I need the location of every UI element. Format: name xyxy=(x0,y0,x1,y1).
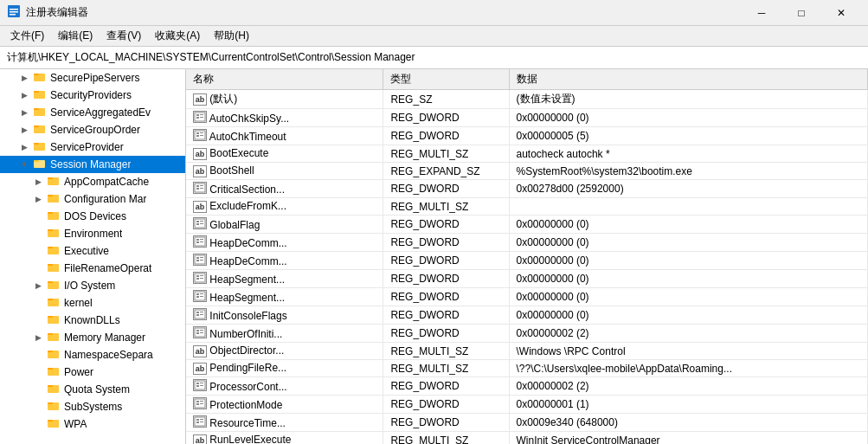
tree-item-iosystem[interactable]: ▶ I/O System xyxy=(0,277,185,294)
menu-view[interactable]: 查看(V) xyxy=(100,27,148,46)
table-row[interactable]: CriticalSection...REG_DWORD0x00278d00 (2… xyxy=(186,180,868,198)
tree-item-kernel[interactable]: kernel xyxy=(0,294,185,312)
svg-rect-83 xyxy=(196,296,199,298)
expand-icon-securityproviders[interactable]: ▶ xyxy=(17,88,31,102)
tree-item-serviceaggregatedev[interactable]: ▶ ServiceAggregatedEv xyxy=(0,104,185,121)
menu-bar: 文件(F) 编辑(E) 查看(V) 收藏夹(A) 帮助(H) xyxy=(0,26,868,47)
menu-favorites[interactable]: 收藏夹(A) xyxy=(148,27,207,46)
table-row[interactable]: ab RunLevelExecuteREG_MULTI_SZWinInit Se… xyxy=(186,432,868,445)
tree-item-knowndlls[interactable]: KnownDLLs xyxy=(0,312,185,329)
table-row[interactable]: HeapDeComm...REG_DWORD0x00000000 (0) xyxy=(186,234,868,252)
expand-icon-memorymanager[interactable]: ▶ xyxy=(31,331,45,344)
tree-item-environment[interactable]: Environment xyxy=(0,225,185,242)
svg-rect-78 xyxy=(196,278,199,280)
tree-item-appcompatcache[interactable]: ▶ AppCompatCache xyxy=(0,173,185,190)
reg-name-cell: GlobalFlag xyxy=(186,216,383,234)
tree-label-dosdevices: DOS Devices xyxy=(64,210,126,222)
col-header-data[interactable]: 数据 xyxy=(509,69,867,90)
tree-item-power[interactable]: Power xyxy=(0,364,185,381)
tree-item-servicegrouporder[interactable]: ▶ ServiceGroupOrder xyxy=(0,121,185,138)
maximize-button[interactable]: □ xyxy=(781,0,821,26)
svg-rect-27 xyxy=(48,264,53,266)
reg-type-cell: REG_DWORD xyxy=(383,109,509,127)
table-row[interactable]: ResourceTime...REG_DWORD0x0009e340 (6480… xyxy=(186,414,868,432)
reg-type-cell: REG_SZ xyxy=(383,90,509,109)
reg-type-cell: REG_DWORD xyxy=(383,216,509,234)
expand-icon-configurationmar[interactable]: ▶ xyxy=(31,192,45,206)
reg-name-cell: ab BootExecute xyxy=(186,145,383,163)
expand-icon-servicegrouporder[interactable]: ▶ xyxy=(17,123,31,137)
svg-rect-80 xyxy=(200,278,203,279)
reg-data-cell: 0x00278d00 (2592000) xyxy=(509,180,867,198)
table-row[interactable]: ab ObjectDirector...REG_MULTI_SZ\Windows… xyxy=(186,343,868,360)
folder-icon-knowndlls xyxy=(48,314,61,326)
tree-item-securityproviders[interactable]: ▶ SecurityProviders xyxy=(0,87,185,104)
tree-item-memorymanager[interactable]: ▶ Memory Manager xyxy=(0,329,185,346)
reg-name-cell: ProcessorCont... xyxy=(186,377,383,396)
svg-rect-109 xyxy=(200,419,203,420)
tree-item-securepipeservers[interactable]: ▶ SecurePipeServers xyxy=(0,69,185,87)
tree-item-dosdevices[interactable]: DOS Devices xyxy=(0,208,185,225)
folder-icon-executive xyxy=(48,245,61,257)
tree-item-quotasystem[interactable]: Quota System xyxy=(0,381,185,398)
expand-icon-serviceaggregatedev[interactable]: ▶ xyxy=(17,106,31,119)
tree-item-serviceprovider[interactable]: ▶ ServiceProvider xyxy=(0,138,185,156)
expand-icon-securepipeservers[interactable]: ▶ xyxy=(17,71,31,85)
expand-icon-iosystem[interactable]: ▶ xyxy=(31,279,45,293)
reg-name-cell: CriticalSection... xyxy=(186,180,383,198)
table-row[interactable]: ab BootExecuteREG_MULTI_SZautocheck auto… xyxy=(186,145,868,163)
menu-file[interactable]: 文件(F) xyxy=(3,27,51,46)
table-row[interactable]: ab PendingFileRe...REG_MULTI_SZ\??\C:\Us… xyxy=(186,360,868,377)
close-button[interactable]: ✕ xyxy=(821,0,861,26)
table-row[interactable]: NumberOfIniti...REG_DWORD0x00000002 (2) xyxy=(186,325,868,343)
reg-name: CriticalSection... xyxy=(207,183,285,196)
tree-item-filerenameOperat[interactable]: FileRenameOperat xyxy=(0,260,185,277)
expand-icon-serviceprovider[interactable]: ▶ xyxy=(17,140,31,154)
expand-icon-appcompatcache[interactable]: ▶ xyxy=(31,175,45,189)
svg-rect-47 xyxy=(196,114,199,116)
tree-item-executive[interactable]: Executive xyxy=(0,242,185,260)
reg-data-cell: %SystemRoot%\system32\bootim.exe xyxy=(509,163,867,180)
reg-name: BootShell xyxy=(207,164,254,177)
table-row[interactable]: ab BootShellREG_EXPAND_SZ%SystemRoot%\sy… xyxy=(186,163,868,180)
tree-item-configurationmar[interactable]: ▶ Configuration Mar xyxy=(0,190,185,208)
folder-icon-wpa xyxy=(48,418,61,430)
table-row[interactable]: HeapSegment...REG_DWORD0x00000000 (0) xyxy=(186,288,868,306)
table-row[interactable]: AutoChkTimeoutREG_DWORD0x00000005 (5) xyxy=(186,127,868,145)
tree-label-memorymanager: Memory Manager xyxy=(64,331,145,344)
svg-rect-74 xyxy=(200,257,203,258)
table-row[interactable]: ProtectionModeREG_DWORD0x00000001 (1) xyxy=(186,396,868,414)
svg-rect-67 xyxy=(196,239,199,241)
svg-rect-93 xyxy=(196,332,199,334)
tree-item-sessionmanager[interactable]: ▼ Session Manager xyxy=(0,156,185,173)
minimize-button[interactable]: ─ xyxy=(742,0,781,26)
reg-type-cell: REG_DWORD xyxy=(383,414,509,432)
reg-name-cell: HeapDeComm... xyxy=(186,234,383,252)
table-row[interactable]: GlobalFlagREG_DWORD0x00000000 (0) xyxy=(186,216,868,234)
svg-rect-55 xyxy=(200,135,203,136)
folder-icon-securepipeservers xyxy=(34,72,48,84)
col-header-type[interactable]: 类型 xyxy=(383,69,509,90)
tree-item-wpa[interactable]: WPA xyxy=(0,415,185,433)
svg-rect-7 xyxy=(34,91,39,93)
tree-item-namespaceSepara[interactable]: NamespaceSepara xyxy=(0,346,185,364)
menu-help[interactable]: 帮助(H) xyxy=(207,27,256,46)
table-row[interactable]: HeapDeComm...REG_DWORD0x00000000 (0) xyxy=(186,252,868,270)
menu-edit[interactable]: 编辑(E) xyxy=(51,27,100,46)
table-row[interactable]: HeapSegment...REG_DWORD0x00000000 (0) xyxy=(186,270,868,288)
col-header-name[interactable]: 名称 xyxy=(186,69,383,90)
tree-item-subsystems[interactable]: SubSystems xyxy=(0,398,185,415)
table-row[interactable]: InitConsoleFlagsREG_DWORD0x00000000 (0) xyxy=(186,306,868,325)
table-row[interactable]: AutoChkSkipSy...REG_DWORD0x00000000 (0) xyxy=(186,109,868,127)
svg-rect-15 xyxy=(34,160,39,162)
table-row[interactable]: ab ExcludeFromK...REG_MULTI_SZ xyxy=(186,198,868,216)
tree-panel[interactable]: ▶ SecurePipeServers ▶ SecurityProviders … xyxy=(0,69,186,444)
folder-icon-serviceaggregatedev xyxy=(34,106,48,119)
table-row[interactable]: ProcessorCont...REG_DWORD0x00000002 (2) xyxy=(186,377,868,396)
table-row[interactable]: ab (默认)REG_SZ(数值未设置) xyxy=(186,90,868,109)
svg-rect-54 xyxy=(200,132,203,133)
svg-rect-57 xyxy=(196,185,199,187)
reg-data-cell: 0x00000002 (2) xyxy=(509,377,867,396)
svg-rect-35 xyxy=(48,333,53,335)
expand-icon-sessionmanager[interactable]: ▼ xyxy=(17,158,31,171)
